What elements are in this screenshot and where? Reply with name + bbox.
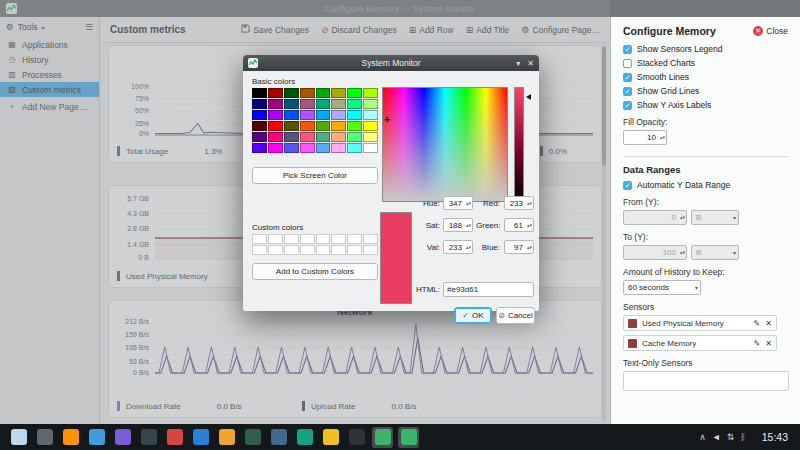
system-monitor-icon[interactable]	[372, 427, 393, 448]
checkbox-show-grid-lines[interactable]: ✓ Show Grid Lines	[623, 86, 788, 96]
color-swatch[interactable]	[331, 132, 346, 142]
color-swatch[interactable]	[300, 245, 315, 255]
checkbox-show-sensors-legend[interactable]: ✓ Show Sensors Legend	[623, 44, 788, 54]
tray-expand-icon[interactable]: ∧	[699, 432, 706, 442]
color-swatch[interactable]	[268, 99, 283, 109]
color-swatch[interactable]	[331, 88, 346, 98]
color-swatch[interactable]	[284, 99, 299, 109]
sidebar-item-add-new-page[interactable]: + Add New Page…	[0, 99, 99, 114]
sidebar-item-applications[interactable]: ▦ Applications	[0, 37, 99, 52]
spinner-arrows-icon[interactable]: ▴▾	[527, 241, 532, 253]
color-swatch[interactable]	[331, 121, 346, 131]
network-icon[interactable]: ⇅	[727, 432, 735, 442]
ok-button[interactable]: ✓ OK	[454, 307, 492, 324]
sat-spinbox[interactable]: ▴▾	[443, 218, 473, 232]
color-swatch[interactable]	[347, 143, 362, 153]
fill-opacity-spinbox[interactable]: ▴▾	[623, 130, 667, 145]
sensor-color-swatch[interactable]	[628, 319, 637, 328]
spinner-arrows-icon[interactable]: ▴▾	[527, 197, 532, 209]
add-title-button[interactable]: ⊞ Add Title	[466, 24, 510, 35]
bluetooth-icon[interactable]: ᛒ	[740, 432, 745, 442]
color-swatch[interactable]	[284, 234, 299, 244]
red-spinbox[interactable]: ▴▾	[504, 196, 534, 210]
checkbox-stacked-charts[interactable]: ✓ Stacked Charts	[623, 58, 788, 68]
tools-menu[interactable]: ⚙ Tools ▾ ☰	[0, 17, 99, 37]
color-swatch[interactable]	[347, 132, 362, 142]
color-swatch[interactable]	[284, 245, 299, 255]
edit-sensor-icon[interactable]: ✎	[754, 339, 761, 348]
color-swatch[interactable]	[347, 245, 362, 255]
hamburger-menu-icon[interactable]: ☰	[85, 22, 93, 32]
color-swatch[interactable]	[347, 88, 362, 98]
clock[interactable]: 15:43	[762, 431, 788, 443]
configure-page-button[interactable]: ⚙ Configure Page…	[521, 24, 600, 35]
color-swatch[interactable]	[316, 88, 331, 98]
color-swatch[interactable]	[268, 143, 283, 153]
spinner-arrows-icon[interactable]: ▴▾	[660, 131, 665, 144]
color-swatch[interactable]	[268, 110, 283, 120]
color-swatch[interactable]	[331, 245, 346, 255]
color-swatch[interactable]	[363, 143, 378, 153]
app-orange-icon[interactable]	[216, 427, 237, 448]
text-only-sensors-area[interactable]	[623, 371, 789, 391]
checkbox-show-y-axis-labels[interactable]: ✓ Show Y Axis Labels	[623, 100, 788, 110]
sensor-row[interactable]: Cache Memory ✎ ✕	[623, 335, 777, 351]
color-swatch[interactable]	[363, 99, 378, 109]
green-spinbox[interactable]: ▴▾	[504, 218, 534, 232]
checkbox-automatic-y-range[interactable]: ✓ Automatic Y Data Range	[623, 180, 788, 190]
value-slider-handle-icon[interactable]	[526, 94, 531, 100]
app-purple-icon[interactable]	[112, 427, 133, 448]
color-swatch[interactable]	[363, 121, 378, 131]
color-swatch[interactable]	[347, 234, 362, 244]
color-swatch[interactable]	[331, 110, 346, 120]
terminal-icon[interactable]	[346, 427, 367, 448]
spinner-arrows-icon[interactable]: ▴▾	[527, 219, 532, 231]
app-dark-icon[interactable]	[138, 427, 159, 448]
sidebar-item-custom-metrics[interactable]: ▧ Custom metrics	[0, 82, 99, 97]
app-steelblue-icon[interactable]	[268, 427, 289, 448]
color-swatch[interactable]	[268, 121, 283, 131]
color-swatch[interactable]	[252, 99, 267, 109]
checkbox-smooth-lines[interactable]: ✓ Smooth Lines	[623, 72, 788, 82]
color-swatch[interactable]	[316, 99, 331, 109]
from-y-value[interactable]	[624, 211, 686, 224]
color-swatch[interactable]	[300, 132, 315, 142]
spinner-arrows-icon[interactable]: ▴▾	[680, 246, 685, 259]
color-swatch[interactable]	[363, 110, 378, 120]
html-color-input[interactable]	[443, 282, 534, 297]
color-swatch[interactable]	[363, 132, 378, 142]
firefox-icon[interactable]	[60, 427, 81, 448]
color-swatch[interactable]	[331, 234, 346, 244]
color-swatch[interactable]	[347, 110, 362, 120]
color-swatch[interactable]	[347, 99, 362, 109]
pick-screen-color-button[interactable]: Pick Screen Color	[252, 167, 378, 184]
color-swatch[interactable]	[300, 88, 315, 98]
color-swatch[interactable]	[363, 234, 378, 244]
color-swatch[interactable]	[300, 99, 315, 109]
color-swatch[interactable]	[316, 110, 331, 120]
spinner-arrows-icon[interactable]: ▴▾	[466, 219, 471, 231]
dialog-minimize-icon[interactable]: ▾	[516, 59, 520, 68]
color-swatch[interactable]	[331, 143, 346, 153]
color-swatch[interactable]	[252, 245, 267, 255]
color-swatch[interactable]	[252, 234, 267, 244]
color-swatch[interactable]	[284, 143, 299, 153]
history-dropdown[interactable]: 60 seconds ▾	[623, 280, 701, 295]
value-slider[interactable]	[514, 87, 524, 202]
spinner-arrows-icon[interactable]: ▴▾	[466, 241, 471, 253]
color-swatch[interactable]	[300, 234, 315, 244]
blue-spinbox[interactable]: ▴▾	[504, 240, 534, 254]
spinner-arrows-icon[interactable]: ▴▾	[680, 211, 685, 224]
add-row-button[interactable]: ⊞ Add Row	[409, 24, 454, 35]
system-monitor-dialog-icon[interactable]	[398, 427, 419, 448]
color-swatch[interactable]	[316, 234, 331, 244]
color-swatch[interactable]	[268, 88, 283, 98]
sidebar-item-processes[interactable]: ▥ Processes	[0, 67, 99, 82]
color-swatch[interactable]	[316, 132, 331, 142]
from-y-unit-dropdown[interactable]: B ▾	[691, 210, 739, 225]
color-swatch[interactable]	[252, 132, 267, 142]
sensor-row[interactable]: Used Physical Memory ✎ ✕	[623, 315, 777, 331]
app-red-icon[interactable]	[164, 427, 185, 448]
color-swatch[interactable]	[284, 121, 299, 131]
spinner-arrows-icon[interactable]: ▴▾	[466, 197, 471, 209]
